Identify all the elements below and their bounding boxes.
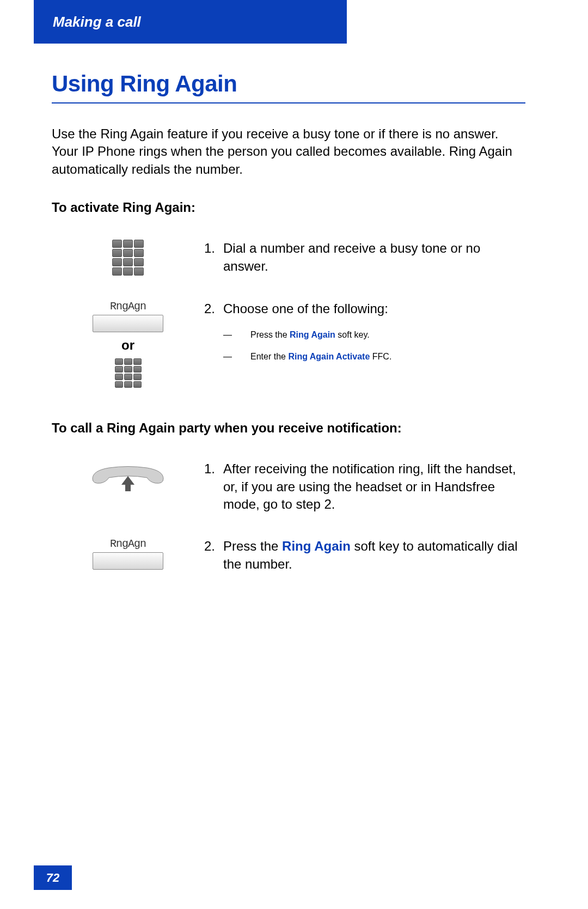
step-number: 2. (204, 538, 223, 573)
step-text: After receiving the notification ring, l… (223, 460, 525, 513)
step-text: Press the Ring Again soft key to automat… (223, 538, 525, 573)
bullet-dash: — (223, 352, 250, 362)
bullet-text: Enter the Ring Again Activate FFC. (250, 352, 525, 362)
handset-lift-icon (87, 460, 169, 493)
section1-step1: 1. Dial a number and receive a busy tone… (52, 240, 525, 276)
bullet-dash: — (223, 330, 250, 340)
keypad-icon (115, 358, 142, 388)
softkey-label: RngAgn (110, 300, 146, 313)
intro-paragraph: Use the Ring Again feature if you receiv… (52, 125, 525, 178)
softkey-button-icon (93, 315, 163, 332)
softkey-label: RngAgn (110, 538, 146, 550)
page-number: 72 (46, 871, 59, 885)
step-text: Choose one of the following: (223, 300, 525, 318)
step-number: 1. (204, 240, 223, 275)
section2-step1: 1. After receiving the notification ring… (52, 460, 525, 513)
page-number-footer: 72 (34, 865, 72, 890)
bullet-item: — Enter the Ring Again Activate FFC. (204, 352, 525, 362)
page-title: Using Ring Again (52, 71, 525, 103)
section1-heading: To activate Ring Again: (52, 200, 525, 215)
section2-heading: To call a Ring Again party when you rece… (52, 420, 525, 436)
chapter-title: Making a call (53, 14, 141, 30)
section2-step2: RngAgn 2. Press the Ring Again soft key … (52, 538, 525, 573)
section1-step2: RngAgn or 2. Choose one of the following… (52, 300, 525, 388)
softkey-button-icon (93, 552, 163, 570)
step-number: 1. (204, 460, 223, 513)
step-text: Dial a number and receive a busy tone or… (223, 240, 525, 275)
chapter-header: Making a call (34, 0, 347, 44)
bullet-text: Press the Ring Again soft key. (250, 330, 525, 340)
or-label: or (121, 338, 134, 353)
keypad-icon (112, 240, 144, 276)
bullet-item: — Press the Ring Again soft key. (204, 330, 525, 340)
step-number: 2. (204, 300, 223, 318)
